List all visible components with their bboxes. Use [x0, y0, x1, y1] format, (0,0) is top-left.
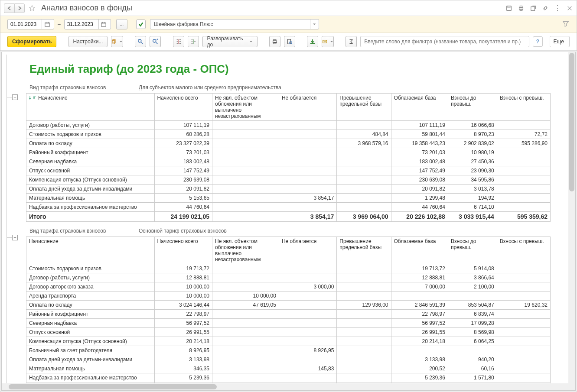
table-row[interactable]: Договор авторского заказа10 000,003 000,…: [26, 282, 551, 292]
print-button[interactable]: [269, 36, 280, 47]
cell: 940,20: [448, 355, 497, 364]
cell: [337, 346, 391, 355]
table-row[interactable]: Надбавка за профессиональное мастерство4…: [26, 203, 551, 212]
table-row[interactable]: Больничный за счет работодателя8 926,958…: [26, 346, 551, 355]
cell: 3 133,98: [391, 355, 448, 364]
table-row[interactable]: Стоимость подарков и призов60 286,28484,…: [26, 130, 551, 139]
cell: 19 358 443,23: [391, 139, 448, 148]
sort-icon[interactable]: [29, 95, 36, 100]
cell: 3 033 915,44: [448, 212, 497, 222]
more-actions-button[interactable]: Еще: [550, 36, 570, 47]
table-row[interactable]: Материальная помощь5 153,653 854,171 299…: [26, 194, 551, 203]
nav-back-button[interactable]: [4, 3, 14, 13]
settings-variants-button[interactable]: [111, 36, 123, 47]
collapse-section-2[interactable]: −: [12, 235, 18, 240]
sum-button[interactable]: [346, 36, 357, 47]
nav-forward-button[interactable]: [14, 3, 25, 13]
col-header[interactable]: Взносы с превыш.: [497, 237, 550, 264]
table-row[interactable]: Договор (работы, услуги)12 888,8112 888,…: [26, 273, 551, 282]
col-header[interactable]: Начислено всего: [154, 94, 212, 121]
cell: 23 327 022,39: [154, 139, 212, 148]
cell: 484,84: [337, 130, 391, 139]
table-row[interactable]: Отпуск основной26 991,5526 991,558 569,9…: [26, 328, 551, 337]
chevron-down-icon[interactable]: [310, 19, 319, 29]
table-row[interactable]: Договор (работы, услуги)107 111,19107 11…: [26, 121, 551, 130]
table-row[interactable]: Районный коэффициент22 798,9722 798,976 …: [26, 310, 551, 319]
cell: [497, 264, 550, 273]
org-filter-checkbox[interactable]: [136, 19, 146, 29]
col-header[interactable]: Начисление: [26, 237, 155, 264]
find-next-button[interactable]: [150, 36, 161, 47]
scroll-thumb[interactable]: [9, 384, 217, 389]
table-row[interactable]: Надбавка за профессиональное мастерство5…: [26, 373, 551, 382]
filter-input[interactable]: [360, 36, 529, 47]
table-row[interactable]: Оплата по окладу3 024 146,4447 619,05129…: [26, 301, 551, 310]
link-icon[interactable]: [542, 5, 549, 12]
calendar-icon[interactable]: [98, 19, 109, 29]
organization-select[interactable]: Швейная фабрика Плюс: [150, 19, 319, 29]
collapse-all-button[interactable]: [188, 36, 199, 47]
col-header[interactable]: Не явл. объектом обложения или выплачено…: [212, 94, 279, 121]
help-button[interactable]: ?: [533, 36, 542, 47]
cell: 595 359,62: [497, 212, 550, 222]
table-row[interactable]: Районный коэффициент73 201,0373 201,0310…: [26, 148, 551, 157]
horizontal-scrollbar[interactable]: [2, 383, 568, 390]
cell: [497, 175, 550, 185]
favorite-star-icon[interactable]: [27, 3, 37, 13]
scroll-thumb[interactable]: [569, 53, 574, 191]
expand-all-button[interactable]: [173, 36, 184, 47]
table-row[interactable]: Оплата дней ухода за детьми-инвалидами3 …: [26, 355, 551, 364]
cell-name: Компенсация отпуска (Отпуск основной): [26, 337, 155, 346]
col-header[interactable]: Облагаемая база: [391, 94, 448, 121]
send-email-button[interactable]: [322, 36, 334, 47]
cell: 5 914,08: [448, 264, 497, 273]
col-header[interactable]: Не явл. объектом обложения или выплачено…: [212, 237, 279, 264]
col-header[interactable]: Взносы с превыш.: [497, 94, 550, 121]
cell: [279, 310, 336, 319]
cell: 20 226 102,88: [391, 212, 448, 222]
table-row[interactable]: Северная надбавка183 002,48183 002,4827 …: [26, 157, 551, 166]
svg-rect-0: [507, 6, 512, 10]
more-menu-icon[interactable]: ⋮: [554, 5, 561, 12]
print-preview-button[interactable]: [284, 36, 295, 47]
save-as-button[interactable]: [307, 36, 318, 47]
date-to-field[interactable]: [64, 19, 111, 29]
col-header[interactable]: Начисление: [26, 94, 155, 121]
save-icon[interactable]: [505, 5, 512, 12]
period-picker-button[interactable]: ...: [116, 19, 127, 29]
date-to-input[interactable]: [65, 21, 98, 27]
vertical-scrollbar[interactable]: [568, 52, 575, 383]
col-header[interactable]: Взносы до превыш.: [448, 237, 497, 264]
expand-to-button[interactable]: Разворачивать до: [202, 36, 258, 47]
col-header[interactable]: Не облагается: [279, 94, 336, 121]
find-button[interactable]: [135, 36, 146, 47]
table-row[interactable]: Стоимость подарков и призов19 713,7219 7…: [26, 264, 551, 273]
cell: 107 111,19: [154, 121, 212, 130]
date-from-input[interactable]: [8, 21, 42, 27]
table-row[interactable]: Компенсация отпуска (Отпуск основной)20 …: [26, 337, 551, 346]
col-header[interactable]: Начислено всего: [154, 237, 212, 264]
table-row[interactable]: Материальная помощь346,35145,83200,5260,…: [26, 364, 551, 373]
table-row[interactable]: Аренда транспорта10 000,0010 000,00: [26, 292, 551, 301]
filter-funnel-icon[interactable]: [563, 21, 570, 28]
settings-button[interactable]: Настройки...: [68, 36, 108, 47]
table-row[interactable]: Оплата по окладу23 327 022,393 968 579,1…: [26, 139, 551, 148]
print-icon[interactable]: [518, 5, 525, 12]
calendar-icon[interactable]: [42, 19, 52, 29]
table-row[interactable]: Оплата дней ухода за детьми-инвалидами20…: [26, 185, 551, 194]
collapse-section-1[interactable]: −: [12, 94, 18, 100]
col-header[interactable]: Облагаемая база: [391, 237, 448, 264]
date-from-field[interactable]: [7, 19, 54, 29]
table-row[interactable]: Отпуск основной147 752,49147 752,4923 09…: [26, 166, 551, 175]
col-header[interactable]: Превышение предельной базы: [337, 94, 391, 121]
table-row[interactable]: Северная надбавка56 997,5256 997,5217 09…: [26, 319, 551, 328]
run-report-button[interactable]: Сформировать: [7, 36, 56, 47]
table-row[interactable]: Компенсация отпуска (Отпуск основной)230…: [26, 175, 551, 185]
col-header[interactable]: Превышение предельной базы: [337, 237, 391, 264]
col-header[interactable]: Взносы до превыш.: [448, 94, 497, 121]
close-icon[interactable]: [566, 5, 573, 12]
cell: [497, 166, 550, 175]
col-header[interactable]: Не облагается: [279, 237, 336, 264]
cell: [279, 157, 336, 166]
newwindow-icon[interactable]: [530, 5, 537, 12]
